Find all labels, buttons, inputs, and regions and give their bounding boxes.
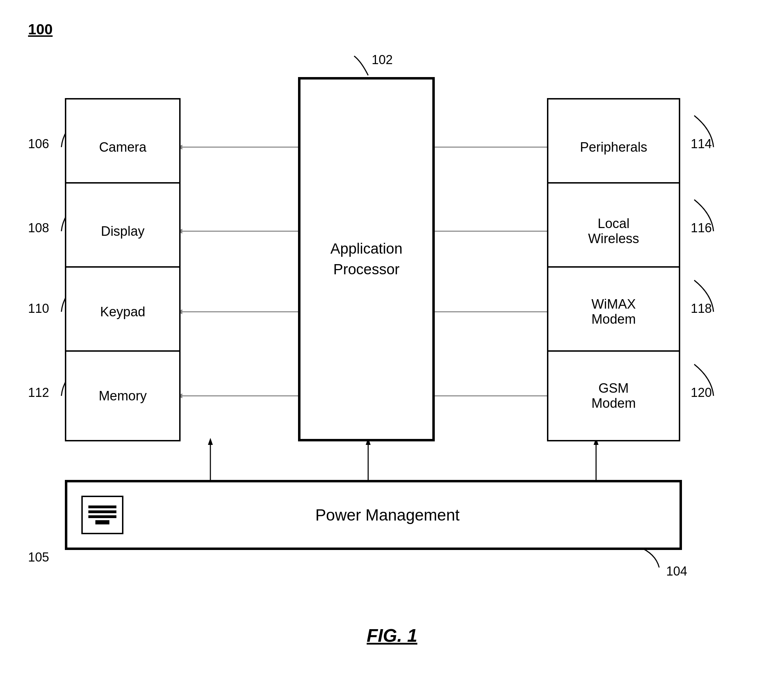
- fig-label: FIG. 1: [367, 625, 417, 646]
- ref-102: 102: [372, 53, 393, 67]
- ref-116: 116: [691, 221, 712, 235]
- memory-box: Memory: [65, 350, 181, 442]
- local-wireless-label: LocalWireless: [588, 216, 639, 246]
- ref-105: 105: [28, 550, 49, 565]
- camera-box: Camera: [65, 98, 181, 196]
- wimax-modem-box: WiMAXModem: [547, 266, 680, 357]
- svg-marker-25: [208, 438, 213, 445]
- ref-112: 112: [28, 385, 49, 400]
- ref-110: 110: [28, 301, 49, 316]
- app-processor-box: ApplicationProcessor: [298, 77, 435, 442]
- peripherals-box: Peripherals: [547, 98, 680, 196]
- app-processor-label: ApplicationProcessor: [330, 238, 402, 280]
- local-wireless-box: LocalWireless: [547, 182, 680, 280]
- ref-108: 108: [28, 221, 49, 235]
- display-box: Display: [65, 182, 181, 280]
- wimax-modem-label: WiMAXModem: [591, 297, 636, 327]
- ref-114: 114: [691, 136, 712, 151]
- ref-100: 100: [28, 21, 53, 38]
- keypad-box: Keypad: [65, 266, 181, 357]
- ref-120: 120: [691, 385, 712, 400]
- power-management-box: Power Management: [65, 480, 682, 550]
- ref-104: 104: [666, 564, 687, 579]
- ref-106: 106: [28, 136, 49, 151]
- gsm-modem-label: GSMModem: [591, 381, 636, 411]
- gsm-modem-box: GSMModem: [547, 350, 680, 442]
- ref-118: 118: [691, 301, 712, 316]
